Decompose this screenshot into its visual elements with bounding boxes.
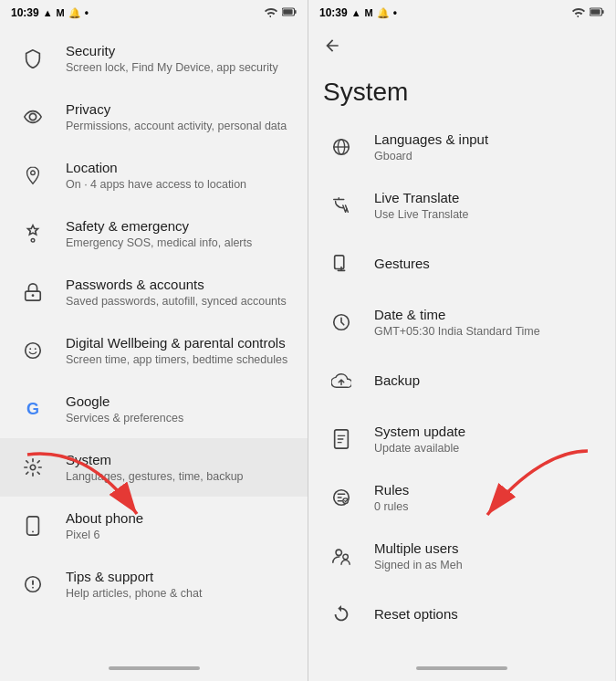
signal-icon: ▲ <box>43 7 53 18</box>
left-phone-panel: 10:39 ▲ M 🔔 • Security Screen lock, Find… <box>0 0 308 681</box>
system-title: System <box>66 451 293 469</box>
time-left: 10:39 <box>11 6 39 19</box>
backup-icon <box>323 362 360 399</box>
svg-point-3 <box>29 113 36 120</box>
wellbeing-text: Digital Wellbeing & parental controls Sc… <box>66 334 293 368</box>
wellbeing-subtitle: Screen time, app timers, bedtime schedul… <box>66 352 293 367</box>
status-right-right <box>571 6 604 19</box>
svg-point-4 <box>31 239 35 243</box>
svg-rect-21 <box>335 256 344 269</box>
google-title: Google <box>66 393 293 411</box>
security-title: Security <box>66 42 293 60</box>
privacy-text: Privacy Permissions, account activity, p… <box>66 100 293 134</box>
about-icon <box>15 508 51 544</box>
svg-rect-16 <box>602 10 604 14</box>
languages-icon <box>323 129 360 165</box>
security-subtitle: Screen lock, Find My Device, app securit… <box>66 60 293 75</box>
users-title: Multiple users <box>374 540 600 558</box>
alert-icon: 🔔 <box>68 7 81 19</box>
dot-icon-right: • <box>393 6 397 19</box>
translate-text: Live Translate Use Live Translate <box>374 189 600 223</box>
settings-item-wellbeing[interactable]: Digital Wellbeing & parental controls Sc… <box>0 321 308 380</box>
system-text: System Languages, gestures, time, backup <box>66 451 293 485</box>
rules-subtitle: 0 rules <box>374 499 600 514</box>
translate-icon <box>323 187 360 224</box>
svg-point-8 <box>29 348 31 350</box>
google-text: Google Services & preferences <box>66 393 293 426</box>
update-text: System update Update available <box>374 423 600 456</box>
about-subtitle: Pixel 6 <box>66 528 293 542</box>
rules-title: Rules <box>374 481 600 499</box>
passwords-text: Passwords & accounts Saved passwords, au… <box>66 276 293 309</box>
reset-title: Reset options <box>374 605 600 623</box>
settings-item-about[interactable]: About phone Pixel 6 <box>0 497 308 555</box>
languages-text: Languages & input Gboard <box>374 131 600 164</box>
svg-point-6 <box>32 294 35 297</box>
wifi-icon-right <box>571 6 586 19</box>
back-button[interactable] <box>308 26 615 63</box>
tips-subtitle: Help articles, phone & chat <box>66 586 293 601</box>
svg-point-10 <box>30 465 36 470</box>
left-nav-pill <box>109 666 200 670</box>
battery-icon-left <box>282 6 297 19</box>
languages-title: Languages & input <box>374 131 600 149</box>
system-item-backup[interactable]: Backup <box>308 351 615 410</box>
wellbeing-icon <box>15 332 51 369</box>
system-item-datetime[interactable]: Date & time GMT+05:30 India Standard Tim… <box>308 293 615 351</box>
location-text: Location On · 4 apps have access to loca… <box>66 159 293 193</box>
update-icon <box>323 421 360 457</box>
location-title: Location <box>66 159 293 177</box>
battery-icon-right <box>590 6 604 19</box>
rules-icon <box>323 479 360 516</box>
svg-point-12 <box>32 531 34 533</box>
privacy-title: Privacy <box>66 100 293 119</box>
settings-item-google[interactable]: G Google Services & preferences <box>0 380 308 438</box>
gestures-text: Gestures <box>374 255 600 274</box>
users-text: Multiple users Signed in as Meh <box>374 540 600 573</box>
passwords-subtitle: Saved passwords, autofill, synced accoun… <box>66 294 293 309</box>
right-phone-panel: 10:39 ▲ M 🔔 • System Languages & input <box>308 0 615 681</box>
system-item-users[interactable]: Multiple users Signed in as Meh <box>308 527 615 585</box>
wellbeing-title: Digital Wellbeing & parental controls <box>66 334 293 352</box>
settings-item-safety[interactable]: Safety & emergency Emergency SOS, medica… <box>0 204 308 263</box>
languages-subtitle: Gboard <box>374 149 600 163</box>
passwords-title: Passwords & accounts <box>66 276 293 294</box>
wifi-icon-left <box>264 6 278 19</box>
system-item-gestures[interactable]: Gestures <box>308 235 615 293</box>
privacy-icon <box>15 99 51 135</box>
status-left-right: 10:39 ▲ M 🔔 • <box>319 6 397 19</box>
reset-text: Reset options <box>374 605 600 624</box>
settings-item-passwords[interactable]: Passwords & accounts Saved passwords, au… <box>0 263 308 321</box>
settings-item-security[interactable]: Security Screen lock, Find My Device, ap… <box>0 29 308 88</box>
passwords-icon <box>15 274 51 310</box>
settings-item-system[interactable]: System Languages, gestures, time, backup <box>0 438 308 497</box>
security-icon <box>15 40 51 77</box>
datetime-text: Date & time GMT+05:30 India Standard Tim… <box>374 306 600 340</box>
about-text: About phone Pixel 6 <box>66 509 293 543</box>
settings-item-tips[interactable]: Tips & support Help articles, phone & ch… <box>0 555 308 613</box>
update-title: System update <box>374 423 600 441</box>
settings-item-location[interactable]: Location On · 4 apps have access to loca… <box>0 146 308 204</box>
translate-subtitle: Use Live Translate <box>374 207 600 222</box>
svg-rect-1 <box>295 10 297 14</box>
svg-point-26 <box>336 550 341 555</box>
svg-point-25 <box>343 498 349 504</box>
system-item-languages[interactable]: Languages & input Gboard <box>308 118 615 176</box>
system-item-translate[interactable]: Live Translate Use Live Translate <box>308 176 615 235</box>
signal-icon-right: ▲ <box>351 7 361 18</box>
status-right-left <box>264 6 297 19</box>
location-subtitle: On · 4 apps have access to location <box>66 177 293 192</box>
system-item-rules[interactable]: Rules 0 rules <box>308 468 615 527</box>
right-status-bar: 10:39 ▲ M 🔔 • <box>308 0 615 26</box>
system-item-reset[interactable]: Reset options <box>308 585 615 644</box>
system-item-update[interactable]: System update Update available <box>308 410 615 468</box>
update-subtitle: Update available <box>374 441 600 456</box>
safety-title: Safety & emergency <box>66 217 293 236</box>
system-page-title: System <box>308 70 615 110</box>
tips-icon <box>15 566 51 602</box>
settings-item-privacy[interactable]: Privacy Permissions, account activity, p… <box>0 88 308 146</box>
svg-point-9 <box>35 348 37 350</box>
translate-title: Live Translate <box>374 189 600 207</box>
safety-subtitle: Emergency SOS, medical info, alerts <box>66 236 293 250</box>
safety-icon <box>15 215 51 252</box>
